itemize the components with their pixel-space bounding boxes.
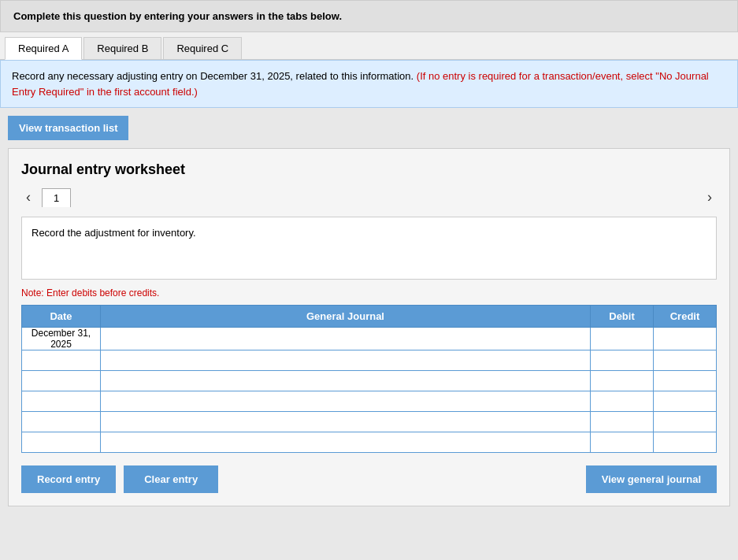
table-row-date-1 [22, 350, 101, 371]
worksheet-title: Journal entry worksheet [21, 161, 717, 178]
tabs-bar: Required A Required B Required C [0, 32, 738, 60]
info-box: Record any necessary adjusting entry on … [0, 60, 738, 108]
debit-input-4[interactable] [594, 415, 650, 429]
gj-input-1[interactable] [104, 354, 587, 368]
debit-input-1[interactable] [594, 354, 650, 368]
table-row-gj-2[interactable] [101, 371, 591, 391]
table-row-credit-5[interactable] [654, 432, 717, 453]
prev-arrow[interactable]: ‹ [21, 187, 35, 207]
credit-input-4[interactable] [657, 415, 713, 429]
table-row-debit-1[interactable] [591, 350, 654, 371]
top-instruction: Complete this question by entering your … [0, 0, 738, 32]
info-main-text: Record any necessary adjusting entry on … [12, 70, 414, 82]
view-transaction-btn-container: View transaction list [8, 116, 128, 140]
table-row-credit-4[interactable] [654, 412, 717, 432]
table-row-gj-4[interactable] [101, 412, 591, 432]
clear-entry-button[interactable]: Clear entry [124, 465, 218, 493]
record-entry-button[interactable]: Record entry [21, 465, 116, 493]
nav-row: ‹ 1 › [21, 187, 717, 207]
col-header-credit: Credit [654, 306, 717, 328]
gj-input-2[interactable] [104, 374, 587, 388]
gj-input-3[interactable] [104, 395, 587, 409]
table-row-debit-4[interactable] [591, 412, 654, 432]
instruction-text: Complete this question by entering your … [13, 10, 342, 22]
table-row-gj-5[interactable] [101, 432, 591, 453]
credit-input-3[interactable] [657, 395, 713, 409]
credit-input-5[interactable] [657, 436, 713, 450]
table-row-date-4 [22, 412, 101, 432]
table-row-credit-0[interactable] [654, 328, 717, 350]
table-row-date-5 [22, 432, 101, 453]
debit-input-3[interactable] [594, 395, 650, 409]
table-row-date-3 [22, 391, 101, 412]
gj-input-0[interactable] [104, 332, 587, 346]
view-transaction-list-button[interactable]: View transaction list [8, 116, 128, 140]
table-row-date-0: December 31, 2025 [22, 328, 101, 350]
credit-input-1[interactable] [657, 354, 713, 368]
table-row-debit-5[interactable] [591, 432, 654, 453]
note-text: Note: Enter debits before credits. [21, 287, 717, 299]
debit-input-2[interactable] [594, 374, 650, 388]
tab-required-b[interactable]: Required B [83, 37, 161, 59]
table-row-gj-1[interactable] [101, 350, 591, 371]
credit-input-0[interactable] [657, 332, 713, 346]
col-header-date: Date [22, 306, 101, 328]
tab-required-a[interactable]: Required A [5, 37, 82, 60]
col-header-debit: Debit [591, 306, 654, 328]
bottom-buttons: Record entry Clear entry View general jo… [21, 465, 717, 493]
tab-required-c[interactable]: Required C [163, 37, 242, 59]
page-tab: 1 [42, 188, 71, 207]
debit-input-5[interactable] [594, 436, 650, 450]
gj-input-4[interactable] [104, 415, 587, 429]
table-row-credit-2[interactable] [654, 371, 717, 391]
entry-description-box: Record the adjustment for inventory. [21, 217, 717, 280]
debit-input-0[interactable] [594, 332, 650, 346]
table-row-credit-3[interactable] [654, 391, 717, 412]
entry-description-text: Record the adjustment for inventory. [32, 227, 196, 239]
credit-input-2[interactable] [657, 374, 713, 388]
journal-table: Date General Journal Debit Credit Decemb… [21, 305, 717, 453]
table-row-gj-3[interactable] [101, 391, 591, 412]
table-row-debit-2[interactable] [591, 371, 654, 391]
gj-input-5[interactable] [104, 436, 587, 450]
col-header-gj: General Journal [101, 306, 591, 328]
table-row-credit-1[interactable] [654, 350, 717, 371]
table-row-gj-0[interactable] [101, 328, 591, 350]
table-row-debit-0[interactable] [591, 328, 654, 350]
table-row-debit-3[interactable] [591, 391, 654, 412]
journal-entry-worksheet: Journal entry worksheet ‹ 1 › Record the… [8, 148, 730, 506]
view-general-journal-button[interactable]: View general journal [586, 465, 717, 493]
table-row-date-2 [22, 371, 101, 391]
next-arrow[interactable]: › [703, 187, 717, 207]
